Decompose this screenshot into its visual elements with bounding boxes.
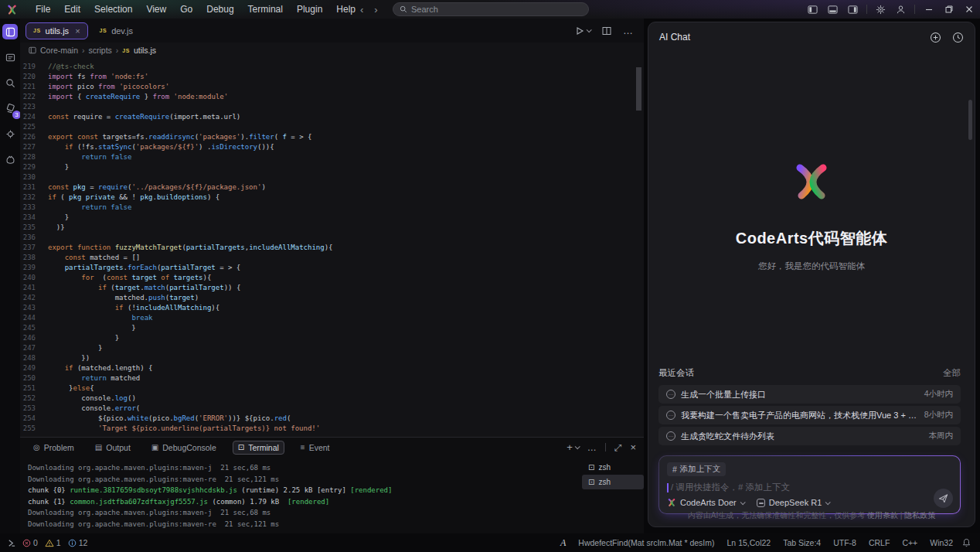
breadcrumb-item[interactable]: scripts xyxy=(89,46,112,55)
nav-forward-icon[interactable]: › xyxy=(374,4,377,15)
account-user-icon[interactable] xyxy=(894,3,907,16)
view-all-link[interactable]: 全部 xyxy=(943,367,961,379)
code-line: 232if ( pkg private && ! pkg.buildoption… xyxy=(20,193,644,203)
menu-debug[interactable]: Debug xyxy=(199,2,240,17)
error-count[interactable]: 0 xyxy=(22,538,38,547)
new-terminal-icon[interactable]: + xyxy=(567,441,579,453)
editor-scrollbar[interactable] xyxy=(636,67,641,111)
panel-close-icon[interactable]: × xyxy=(630,441,636,453)
status-item[interactable]: Ln 15,Col22 xyxy=(727,538,771,547)
add-context-chip[interactable]: # 添加上下文 xyxy=(667,462,726,476)
chevron-down-icon xyxy=(574,444,580,449)
menu-file[interactable]: File xyxy=(29,2,57,17)
panel-tab-problem[interactable]: ◎Problem xyxy=(29,441,79,454)
links-separator: | xyxy=(900,511,903,520)
more-actions-icon[interactable]: … xyxy=(623,25,633,36)
conversation-item[interactable]: ⋯生成贪吃蛇文件待办列表本周内 xyxy=(658,427,961,445)
line-number: 244 xyxy=(20,313,48,323)
status-item[interactable]: Tab Size:4 xyxy=(783,538,821,547)
line-number: 235 xyxy=(20,223,48,233)
menu-selection[interactable]: Selection xyxy=(87,2,139,17)
window-close-icon[interactable] xyxy=(962,3,975,16)
panel-more-icon[interactable]: … xyxy=(587,442,597,453)
panel-maximize-icon[interactable]: ⤢ xyxy=(614,442,622,453)
editor-tab-bar: JSutils.js×JSdev.js … xyxy=(20,19,644,43)
ai-disclaimer: 内容由AI生成，无法确保准确性和完整性，仅供参考 使用条款 | 隐私政策 xyxy=(648,510,975,521)
breadcrumb-item[interactable]: Core-main xyxy=(40,46,78,55)
panel-tab-debugconsole[interactable]: ▣DebugConsole xyxy=(147,441,221,454)
tab-dev.js[interactable]: JSdev.js xyxy=(93,22,140,39)
line-number: 231 xyxy=(20,182,48,193)
menu-edit[interactable]: Edit xyxy=(57,2,87,17)
toggle-left-panel-icon[interactable] xyxy=(806,3,819,16)
annotation-icon: A xyxy=(560,537,566,549)
menu-plugin[interactable]: Plugin xyxy=(290,2,329,17)
toggle-right-panel-icon[interactable] xyxy=(846,3,859,16)
status-item[interactable]: C++ xyxy=(902,538,917,547)
send-button[interactable] xyxy=(934,489,953,508)
toggle-bottom-panel-icon[interactable] xyxy=(826,3,839,16)
menu-go[interactable]: Go xyxy=(173,2,199,17)
debug-icon[interactable] xyxy=(2,126,18,141)
line-number: 233 xyxy=(20,203,48,213)
menu-help[interactable]: Help xyxy=(329,2,362,17)
notifications-bell-icon[interactable] xyxy=(962,538,971,547)
info-count[interactable]: 12 xyxy=(68,538,88,547)
panel-tab-event[interactable]: ≡Event xyxy=(296,441,335,454)
conversation-time: 本周内 xyxy=(929,431,954,441)
nav-back-icon[interactable]: ‹ xyxy=(360,4,363,15)
warning-count[interactable]: 1 xyxy=(45,538,61,547)
line-number: 254 xyxy=(20,414,48,424)
extensions-icon[interactable]: 3 xyxy=(2,101,18,116)
agent-selector[interactable]: CodeArts Doer xyxy=(667,498,744,507)
menu-view[interactable]: View xyxy=(139,2,173,17)
menu-terminal[interactable]: Terminal xyxy=(241,2,290,17)
tab-close-icon[interactable]: × xyxy=(75,26,80,36)
composer-placeholder[interactable]: / 调用快捷指令，# 添加上下文 xyxy=(671,482,790,493)
status-item[interactable]: CRLF xyxy=(869,538,890,547)
settings-gear-icon[interactable] xyxy=(874,3,887,16)
panel-tab-label: Terminal xyxy=(248,443,279,452)
terminal-output[interactable]: Downloading org.apache.maven.plugins:mav… xyxy=(20,457,582,533)
status-item[interactable]: HwdefectFind(Mat srcIm.Mat * desIm) xyxy=(578,538,714,547)
conversation-item[interactable]: ⋯我要构建一个售卖电子产品的电商网站，技术栈使用Vue 3 + Element … xyxy=(658,406,961,424)
conversation-item[interactable]: ⋯生成一个批量上传接口4小时内 xyxy=(658,385,961,404)
output-icon: ▤ xyxy=(95,443,102,451)
global-search[interactable] xyxy=(393,2,589,16)
remote-connection-icon[interactable] xyxy=(7,539,15,547)
open-editors-icon[interactable] xyxy=(2,49,18,65)
privacy-link[interactable]: 隐私政策 xyxy=(904,511,935,520)
panel-tab-output[interactable]: ▤Output xyxy=(90,441,135,454)
panel-tab-terminal[interactable]: ⊡Terminal xyxy=(233,441,284,455)
code-line: 247 } xyxy=(20,343,644,353)
ai-panel-scrollbar[interactable] xyxy=(968,100,972,140)
terminal-session[interactable]: ⊡zsh xyxy=(582,460,644,475)
run-debug-icon[interactable] xyxy=(575,26,590,36)
ai-assistant-icon[interactable] xyxy=(2,152,18,167)
new-chat-icon[interactable] xyxy=(930,32,941,43)
code-line: 230 xyxy=(20,172,644,182)
history-clock-icon[interactable] xyxy=(952,32,964,43)
code-line: 241 if (target.match(partialTarget)) { xyxy=(20,283,644,293)
status-item[interactable]: UTF-8 xyxy=(833,538,856,547)
search-icon[interactable] xyxy=(2,75,18,90)
session-label: zsh xyxy=(598,478,611,486)
model-selector[interactable]: DeepSeek R1 xyxy=(757,498,830,507)
line-number: 224 xyxy=(20,112,48,122)
tab-utils.js[interactable]: JSutils.js× xyxy=(26,22,88,39)
search-input[interactable] xyxy=(411,5,582,14)
terminal-line: Downloading org.apache.maven.plugins:mav… xyxy=(28,519,582,530)
code-line: 219//@ts-check xyxy=(20,62,644,72)
window-restore-icon[interactable] xyxy=(942,3,955,16)
terminal-session[interactable]: ⊡zsh xyxy=(582,475,644,489)
breadcrumb-item[interactable]: utils.js xyxy=(134,46,156,55)
ai-hero-title: CodeArts代码智能体 xyxy=(736,228,888,249)
split-editor-icon[interactable] xyxy=(602,26,611,36)
terms-link[interactable]: 使用条款 xyxy=(867,511,898,520)
chat-composer[interactable]: # 添加上下文 / 调用快捷指令，# 添加上下文 CodeArts Doer D… xyxy=(658,455,961,514)
window-minimize-icon[interactable] xyxy=(922,3,935,16)
status-item[interactable]: Win32 xyxy=(930,538,953,547)
code-line: 223 xyxy=(20,102,644,112)
explorer-icon[interactable] xyxy=(2,24,18,39)
code-area[interactable]: 219//@ts-check220import fs from 'node:fs… xyxy=(20,58,644,437)
